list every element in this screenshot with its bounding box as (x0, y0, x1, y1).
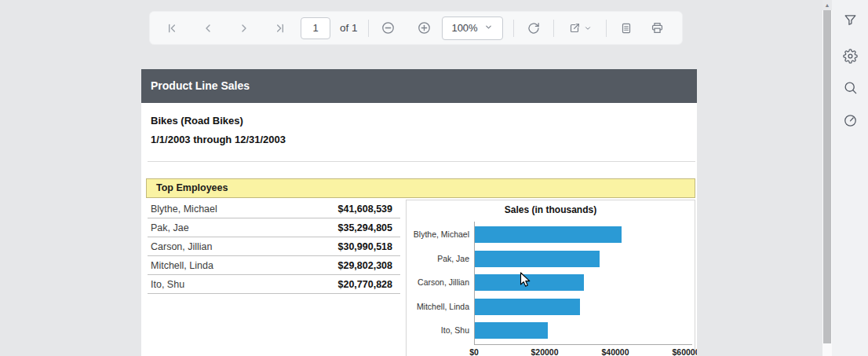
section-header: Top Employees (146, 178, 695, 198)
employee-name: Blythe, Michael (148, 204, 337, 215)
employee-sales-value: $29,802,308 (337, 260, 400, 271)
chart-x-tick-label: $40000 (601, 347, 629, 356)
zoom-in-button[interactable] (415, 19, 434, 38)
last-page-icon (274, 22, 286, 35)
zoom-level-select[interactable]: 100% (442, 17, 503, 40)
toolbar-separator (553, 20, 554, 37)
parameters-button[interactable] (839, 9, 861, 31)
search-button[interactable] (839, 76, 861, 98)
zoom-in-icon (417, 20, 432, 35)
table-row: Blythe, Michael$41,608,539 (148, 200, 400, 218)
next-page-icon (238, 22, 250, 35)
zoom-level-value: 100% (451, 22, 477, 34)
report-subtitle: Bikes (Road Bikes) 1/1/2003 through 12/3… (151, 112, 286, 149)
zoom-out-button[interactable] (379, 19, 398, 38)
first-page-button[interactable] (162, 19, 181, 38)
table-row: Pak, Jae$35,294,805 (148, 218, 400, 237)
chevron-down-icon (584, 24, 592, 32)
chart-x-tick-label: $0 (469, 347, 479, 356)
chart-x-tick-label: $20000 (531, 347, 558, 356)
chart-bar[interactable] (475, 299, 580, 315)
report-title: Product Line Sales (151, 69, 250, 103)
filter-icon (843, 13, 858, 28)
previous-page-button[interactable] (199, 19, 217, 38)
table-row: Ito, Shu$20,770,828 (148, 275, 400, 294)
previous-page-icon (202, 22, 214, 35)
sales-chart: Sales (in thousands) Blythe, MichaelPak,… (406, 200, 695, 356)
chart-category-label: Carson, Jillian (407, 274, 469, 291)
chevron-down-icon (484, 22, 493, 34)
chart-x-tick-label: $60000 (672, 347, 697, 356)
toolbar-separator (368, 20, 369, 37)
viewer-side-panel (832, 0, 868, 356)
gauge-icon (843, 113, 858, 128)
employee-sales-value: $20,770,828 (337, 279, 400, 290)
report-subtitle-line2: 1/1/2003 through 12/31/2003 (151, 130, 286, 149)
chart-bar[interactable] (475, 251, 600, 267)
vertical-scrollbar[interactable]: ▲ (822, 0, 832, 356)
employee-sales-value: $30,990,518 (337, 241, 400, 252)
mouse-cursor (520, 272, 531, 292)
export-button[interactable] (564, 19, 596, 38)
chart-category-label: Mitchell, Linda (407, 299, 469, 315)
report-viewer: of 1 100% Product (0, 0, 868, 356)
chart-category-label: Ito, Shu (407, 322, 469, 339)
send-feedback-button[interactable] (839, 109, 861, 131)
export-icon (567, 21, 582, 35)
top-employees-table: Blythe, Michael$41,608,539Pak, Jae$35,29… (148, 200, 400, 294)
table-row: Carson, Jillian$30,990,518 (148, 237, 400, 256)
next-page-button[interactable] (235, 19, 253, 38)
table-row: Mitchell, Linda$29,802,308 (148, 256, 400, 275)
scrollbar-up-arrow-icon[interactable]: ▲ (822, 0, 832, 10)
settings-button[interactable] (839, 45, 861, 67)
chart-x-axis (474, 344, 692, 345)
horizontal-rule (148, 161, 695, 162)
employee-name: Ito, Shu (148, 279, 337, 290)
page-count-label: of 1 (340, 22, 358, 34)
chart-category-label: Pak, Jae (407, 251, 469, 267)
first-page-icon (166, 22, 178, 35)
document-map-button[interactable] (617, 19, 636, 38)
print-button[interactable] (648, 19, 667, 38)
document-map-icon (619, 21, 633, 35)
print-icon (650, 20, 665, 35)
zoom-out-icon (381, 20, 396, 35)
report-subtitle-line1: Bikes (Road Bikes) (151, 112, 286, 130)
viewer-toolbar: of 1 100% (149, 11, 683, 45)
refresh-icon (527, 21, 541, 35)
refresh-button[interactable] (524, 19, 543, 38)
employee-sales-value: $41,608,539 (337, 204, 400, 215)
employee-name: Mitchell, Linda (148, 260, 337, 271)
chart-bar[interactable] (475, 322, 548, 339)
gear-icon (843, 49, 858, 64)
page-number-input[interactable] (301, 17, 330, 39)
report-page: Product Line Sales Bikes (Road Bikes) 1/… (141, 69, 697, 356)
last-page-button[interactable] (271, 19, 290, 38)
chart-bar[interactable] (475, 226, 622, 243)
chart-category-label: Blythe, Michael (407, 226, 469, 243)
employee-name: Carson, Jillian (148, 241, 337, 252)
search-icon (843, 80, 858, 95)
employee-sales-value: $35,294,805 (337, 222, 400, 233)
chart-title: Sales (in thousands) (407, 204, 695, 215)
employee-name: Pak, Jae (148, 222, 337, 233)
toolbar-separator (606, 20, 607, 37)
scrollbar-thumb[interactable] (823, 10, 831, 343)
report-title-bar: Product Line Sales (141, 69, 697, 103)
toolbar-separator (513, 20, 514, 37)
